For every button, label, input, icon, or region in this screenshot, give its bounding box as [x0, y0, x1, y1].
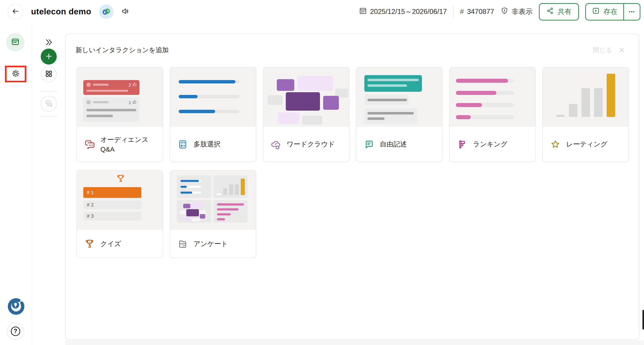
more-icon: •••	[629, 9, 635, 14]
multiple-choice-icon	[177, 139, 188, 150]
card-multiple-choice[interactable]: 多肢選択	[170, 67, 256, 162]
qa-icon	[84, 139, 95, 150]
chat-button[interactable]	[41, 96, 57, 112]
multiple-choice-art	[170, 67, 256, 127]
card-label: クイズ	[100, 239, 121, 249]
header-divider	[453, 6, 454, 18]
page-bottom-strip	[65, 340, 644, 345]
card-survey[interactable]: アンケート	[170, 170, 256, 258]
rating-icon	[550, 139, 561, 150]
quiz-rank-1: # 1	[83, 187, 141, 198]
card-audience-qa[interactable]: 2 1	[76, 67, 163, 162]
templates-button[interactable]	[41, 66, 57, 82]
trophy-icon	[116, 174, 126, 184]
shield-alert-icon	[500, 7, 508, 17]
card-label: ワードクラウド	[287, 140, 335, 149]
present-icon	[592, 7, 600, 17]
card-rating[interactable]: レーティング	[542, 67, 629, 162]
top-bar: utelecon demo 2025/12/15	[0, 0, 644, 23]
add-interaction-button[interactable]	[41, 48, 57, 64]
ranking-icon	[457, 139, 468, 150]
card-open-text[interactable]: 自由記述	[356, 67, 442, 162]
open-text-icon	[364, 139, 374, 150]
sidebar-primary: ?	[0, 23, 32, 345]
grid-icon	[45, 70, 53, 79]
gear-icon	[11, 69, 21, 79]
more-options-button[interactable]: •••	[624, 4, 640, 20]
webex-logo[interactable]	[99, 4, 114, 19]
present-button[interactable]: 存在	[586, 4, 623, 20]
survey-icon	[177, 238, 188, 249]
thumbs-up-icon	[132, 100, 137, 105]
sidebar-item-interactions[interactable]	[6, 33, 24, 51]
card-label: 自由記述	[380, 140, 407, 149]
rating-art	[543, 67, 628, 127]
quiz-icon	[84, 238, 95, 249]
calendar-icon	[359, 7, 367, 17]
card-label: ランキング	[473, 140, 508, 149]
card-label: アンケート	[194, 239, 228, 249]
chat-icon	[44, 99, 53, 109]
word-cloud-icon	[270, 139, 281, 150]
idea-logo[interactable]	[6, 297, 25, 316]
present-split-button: 存在 •••	[585, 3, 640, 20]
ranking-art	[450, 67, 535, 127]
back-arrow-icon	[12, 7, 19, 16]
thumbs-up-icon	[132, 82, 137, 88]
plus-icon	[44, 52, 53, 61]
rail-divider	[40, 91, 58, 91]
close-panel-button[interactable]: 閉じる ✕	[593, 46, 625, 54]
hidden-status[interactable]: 非表示	[500, 7, 532, 17]
card-label: レーティング	[566, 140, 608, 149]
word-cloud-art	[263, 67, 349, 127]
sidebar-secondary	[32, 23, 65, 345]
quiz-art: # 1 # 2 # 3	[77, 170, 163, 230]
speaker-icon[interactable]	[121, 7, 130, 17]
quiz-rank-3: # 3	[83, 212, 141, 220]
card-word-cloud[interactable]: ワードクラウド	[263, 67, 350, 162]
scrollbar-thumb[interactable]	[642, 310, 644, 330]
open-text-art	[356, 67, 442, 127]
add-interaction-panel: 新しいインタラクションを追加 閉じる ✕ 2	[65, 34, 639, 340]
settings-button[interactable]	[11, 69, 21, 79]
hash-icon: #	[460, 8, 464, 16]
annotation-highlight	[5, 66, 26, 82]
close-icon: ✕	[618, 46, 625, 54]
quiz-rank-2: # 2	[83, 201, 141, 209]
panel-heading: 新しいインタラクションを追加	[76, 46, 168, 55]
survey-art	[170, 170, 256, 230]
card-label: 多肢選択	[194, 140, 220, 149]
double-chevron-right-icon	[44, 38, 53, 48]
help-icon: ?	[11, 327, 20, 336]
share-icon	[546, 7, 554, 16]
card-label: オーディエンス Q&A	[100, 136, 148, 153]
event-code[interactable]: # 3470877	[460, 8, 494, 16]
help-button[interactable]: ?	[7, 323, 24, 340]
date-range[interactable]: 2025/12/15～2026/06/17	[359, 7, 447, 17]
card-quiz[interactable]: # 1 # 2 # 3 クイズ	[76, 170, 163, 258]
card-ranking[interactable]: ランキング	[449, 67, 536, 162]
share-button[interactable]: 共有	[539, 3, 579, 20]
audience-qa-art: 2 1	[77, 67, 163, 127]
poll-card-icon	[10, 37, 20, 47]
back-button[interactable]	[8, 4, 24, 20]
page-title: utelecon demo	[31, 7, 91, 16]
rail-divider	[40, 116, 58, 117]
expand-sidebar-button[interactable]	[41, 35, 57, 51]
